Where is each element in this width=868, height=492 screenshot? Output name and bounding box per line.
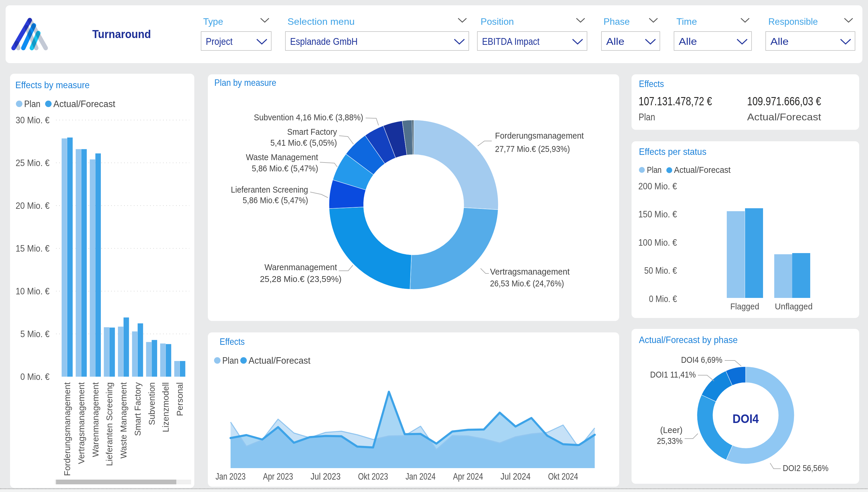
svg-text:Actual/Forecast by phase: Actual/Forecast by phase	[639, 335, 738, 345]
svg-text:100 Mio. €: 100 Mio. €	[638, 237, 677, 248]
svg-text:Plan: Plan	[222, 355, 238, 366]
svg-text:Effects by measure: Effects by measure	[15, 80, 90, 90]
svg-text:DOI2 56,56%: DOI2 56,56%	[783, 463, 828, 473]
svg-text:Okt 2024: Okt 2024	[548, 471, 578, 482]
svg-text:27,77 Mio.€ (25,93%): 27,77 Mio.€ (25,93%)	[495, 144, 570, 154]
svg-text:Waste Management: Waste Management	[119, 382, 128, 458]
svg-text:50 Mio. €: 50 Mio. €	[644, 265, 677, 276]
svg-text:15 Mio. €: 15 Mio. €	[16, 243, 50, 254]
svg-text:107.131.478,72 €: 107.131.478,72 €	[639, 94, 712, 108]
svg-text:Position: Position	[481, 17, 514, 27]
svg-text:0 Mio. €: 0 Mio. €	[20, 371, 50, 382]
svg-text:Smart Factory: Smart Factory	[133, 382, 143, 436]
svg-text:Apr 2024: Apr 2024	[453, 471, 483, 482]
svg-text:5,86 Mio.€ (5,47%): 5,86 Mio.€ (5,47%)	[252, 164, 318, 173]
svg-text:Effects: Effects	[639, 78, 664, 89]
svg-text:Flagged: Flagged	[730, 301, 759, 311]
svg-text:Effects per status: Effects per status	[639, 146, 707, 157]
svg-text:Alle: Alle	[679, 36, 697, 47]
svg-text:Responsible: Responsible	[768, 17, 818, 27]
svg-text:Alle: Alle	[606, 36, 624, 47]
svg-text:DOI4 6,69%: DOI4 6,69%	[681, 355, 722, 365]
svg-text:Lieferanten Screening: Lieferanten Screening	[105, 382, 114, 466]
svg-text:Unflagged: Unflagged	[775, 301, 813, 311]
svg-text:25,28 Mio.€ (23,59%): 25,28 Mio.€ (23,59%)	[260, 274, 342, 284]
svg-text:26,53 Mio.€ (24,76%): 26,53 Mio.€ (24,76%)	[490, 278, 564, 288]
svg-text:25 Mio. €: 25 Mio. €	[16, 157, 50, 168]
svg-text:Actual/Forecast: Actual/Forecast	[53, 99, 115, 109]
svg-text:DOI1 11,41%: DOI1 11,41%	[650, 370, 696, 379]
svg-text:Jul 2023: Jul 2023	[310, 471, 340, 482]
svg-text:Lizenzmodell: Lizenzmodell	[161, 382, 171, 432]
svg-text:5 Mio. €: 5 Mio. €	[20, 328, 50, 339]
svg-text:Alle: Alle	[770, 36, 789, 47]
svg-text:Time: Time	[676, 17, 697, 27]
svg-text:Actual/Forecast: Actual/Forecast	[249, 355, 310, 366]
svg-text:Subvention 4,16 Mio.€ (3,88%): Subvention 4,16 Mio.€ (3,88%)	[254, 113, 363, 122]
svg-text:Warenmanagement: Warenmanagement	[91, 382, 100, 457]
svg-text:Selection menu: Selection menu	[287, 17, 355, 27]
svg-text:Actual/Forecast: Actual/Forecast	[674, 165, 731, 175]
svg-text:Jan 2024: Jan 2024	[405, 471, 435, 482]
svg-text:Vertragsmanagement: Vertragsmanagement	[490, 267, 570, 276]
svg-text:Apr 2023: Apr 2023	[263, 471, 293, 482]
svg-text:Actual/Forecast: Actual/Forecast	[747, 111, 821, 122]
svg-text:150 Mio. €: 150 Mio. €	[638, 209, 677, 219]
svg-text:Type: Type	[203, 17, 223, 27]
svg-text:Effects: Effects	[220, 336, 245, 347]
svg-text:10 Mio. €: 10 Mio. €	[16, 286, 50, 296]
svg-text:30 Mio. €: 30 Mio. €	[16, 115, 50, 125]
svg-text:Lieferanten Screening: Lieferanten Screening	[231, 184, 308, 194]
svg-text:5,86 Mio.€ (5,47%): 5,86 Mio.€ (5,47%)	[242, 195, 308, 205]
svg-text:0 Mio. €: 0 Mio. €	[649, 294, 677, 304]
svg-text:Esplanade GmbH: Esplanade GmbH	[290, 36, 358, 47]
svg-text:Forderungsmanagement: Forderungsmanagement	[495, 131, 584, 141]
svg-text:Waste Management: Waste Management	[246, 152, 318, 162]
svg-text:Project: Project	[206, 36, 233, 47]
svg-text:Subvention: Subvention	[147, 382, 157, 425]
svg-text:Smart Factory: Smart Factory	[287, 127, 337, 137]
svg-text:Jan 2023: Jan 2023	[215, 471, 246, 482]
svg-text:Jul 2024: Jul 2024	[501, 471, 531, 482]
svg-text:Forderungsmanagement: Forderungsmanagement	[62, 382, 72, 476]
svg-text:20 Mio. €: 20 Mio. €	[16, 200, 50, 211]
svg-text:25,33%: 25,33%	[657, 436, 683, 446]
svg-text:Turnaround: Turnaround	[92, 28, 151, 41]
svg-text:Plan: Plan	[647, 165, 662, 175]
svg-text:Vertragsmanagement: Vertragsmanagement	[77, 382, 86, 464]
svg-text:EBITDA Impact: EBITDA Impact	[482, 36, 540, 47]
svg-text:Plan by measure: Plan by measure	[214, 77, 276, 88]
svg-text:Personal: Personal	[175, 382, 184, 416]
svg-text:Plan: Plan	[24, 99, 41, 109]
svg-text:(Leer): (Leer)	[660, 425, 683, 435]
svg-text:5,41 Mio.€ (5,05%): 5,41 Mio.€ (5,05%)	[271, 138, 337, 147]
svg-text:Phase: Phase	[604, 17, 630, 27]
svg-text:109.971.666,03 €: 109.971.666,03 €	[747, 94, 821, 108]
svg-text:DOI4: DOI4	[733, 412, 759, 426]
svg-text:Warenmanagement: Warenmanagement	[264, 262, 337, 272]
svg-text:Okt 2023: Okt 2023	[358, 471, 388, 482]
svg-text:Plan: Plan	[639, 111, 655, 122]
svg-text:200 Mio. €: 200 Mio. €	[638, 181, 677, 192]
